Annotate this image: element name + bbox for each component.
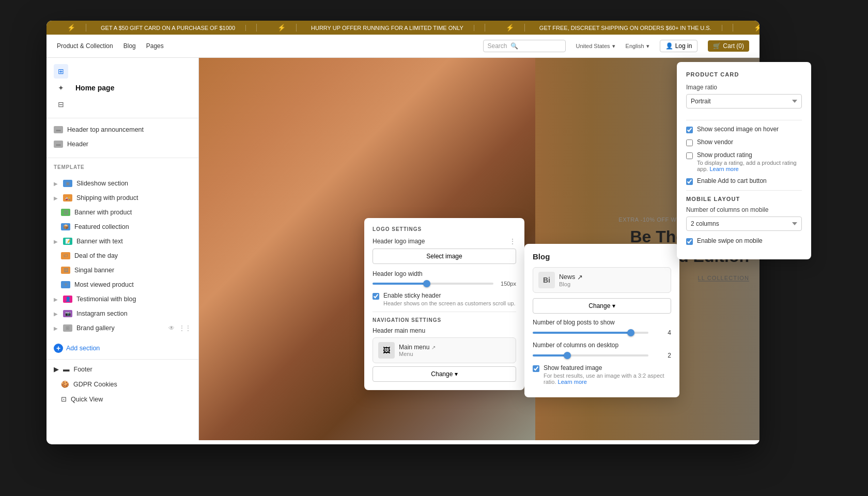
menu-icon-box: 🖼 [378, 342, 395, 359]
select-image-button[interactable]: Select image [373, 249, 516, 264]
sidebar-item-brand-gallery[interactable]: ▶ ⊞ Brand gallery 👁 ⋮⋮ [47, 321, 198, 335]
pc-columns-select[interactable]: 1 column 2 columns 3 columns [686, 216, 802, 231]
sticky-header-label-group: Enable sticky header Header shows on the… [383, 292, 516, 306]
sidebar-app-icon[interactable]: ⊟ [54, 97, 68, 112]
blog-icon-box: Bi [538, 272, 555, 288]
cart-icon: 🛒 [713, 42, 721, 50]
login-button[interactable]: 👤 Log in [660, 40, 698, 52]
slider-thumb[interactable] [423, 280, 430, 287]
bolt-icon-3: ⚡ [495, 24, 525, 32]
slider-fill [373, 283, 427, 285]
show-second-image-checkbox[interactable] [686, 127, 693, 133]
sidebar-item-singal-banner[interactable]: 🖼 Singal banner [47, 263, 198, 277]
blog-ext-link-icon: ↗ [577, 273, 583, 281]
rating-learn-more-link[interactable]: Learn more [709, 166, 738, 172]
sidebar-item-header-top[interactable]: ▬ Header top announcement [47, 122, 198, 137]
testimonial-icon: 👤 [63, 296, 72, 303]
logo-width-slider[interactable]: 150px [373, 281, 516, 287]
posts-slider-track[interactable] [533, 332, 648, 334]
sidebar-item-quick-view[interactable]: ⊡ Quick View [47, 392, 198, 407]
arrow-icon-3: ▶ [54, 239, 58, 244]
instagram-icon: 📷 [63, 310, 72, 317]
pc-image-ratio-label: Image ratio [686, 84, 802, 91]
nav-link-blog[interactable]: Blog [123, 42, 136, 50]
sidebar-top: ⊞ ✦ ⊟ Home page [47, 58, 198, 118]
pc-image-ratio-select[interactable]: Portrait Landscape Square Natural [686, 94, 802, 109]
columns-slider-track[interactable] [533, 354, 648, 357]
arrow-icon: ▶ [54, 181, 58, 187]
pc-checkbox-row-3: Show product rating To display a rating,… [686, 151, 802, 172]
sidebar-divider-1 [47, 158, 198, 158]
sidebar-item-banner-text[interactable]: ▶ 📝 Banner with text [47, 234, 198, 249]
sidebar-item-testimonial[interactable]: ▶ 👤 Testimonial with blog [47, 292, 198, 306]
most-viewed-icon: 👁 [61, 281, 70, 288]
pc-title: PRODUCT CARD [686, 71, 802, 78]
sidebar-sections-icon[interactable]: ⊞ [54, 64, 68, 79]
announcement-item-4: ⚡ GET A $50 GIFT CARD ON A PURCHASE OF $… [733, 24, 760, 32]
add-to-cart-checkbox[interactable] [686, 178, 693, 185]
sidebar-theme-icon[interactable]: ✦ [54, 81, 68, 95]
header-top-icon: ▬ [54, 126, 63, 133]
hero-cta[interactable]: LL COLLECTION [698, 274, 749, 281]
sidebar-item-header[interactable]: ▬ Header [47, 137, 198, 151]
blog-item-info: News ↗ Blog [559, 273, 583, 287]
featured-icon: 📦 [61, 223, 70, 230]
editor-layout: ⊞ ✦ ⊟ Home page ▬ Header top announcemen… [47, 58, 760, 440]
columns-slider-value: 2 [653, 352, 671, 359]
sidebar: ⊞ ✦ ⊟ Home page ▬ Header top announcemen… [47, 58, 199, 440]
nav-link-product-collection[interactable]: Product & Collection [57, 42, 113, 50]
search-text: Search [488, 42, 507, 50]
language-text: English [626, 43, 644, 49]
featured-image-checkbox-row: Show featured image For best results, us… [533, 364, 671, 385]
gdpr-icon: 🍪 [61, 380, 69, 388]
columns-slider[interactable]: 2 [533, 352, 671, 359]
banner-product-icon: 🖼 [61, 209, 70, 216]
logo-width-label: Header logo width [373, 270, 516, 277]
change-menu-button[interactable]: Change ▾ [373, 366, 516, 382]
header-icon: ▬ [54, 141, 63, 148]
add-section-button[interactable]: + Add section [47, 339, 198, 357]
columns-slider-thumb[interactable] [564, 352, 571, 359]
logo-section-title: LOGO SETTINGS [373, 226, 516, 232]
store-search[interactable]: Search 🔍 [483, 40, 566, 52]
search-icon: 🔍 [510, 42, 518, 50]
menu-item-type: Menu [399, 351, 510, 357]
sidebar-item-slideshow[interactable]: ▶ ▣ Slideshow section [47, 176, 198, 191]
nav-link-pages[interactable]: Pages [146, 42, 164, 50]
change-blog-button[interactable]: Change ▾ [533, 298, 671, 314]
posts-slider[interactable]: 4 [533, 329, 671, 336]
sticky-header-checkbox[interactable] [373, 293, 379, 300]
sidebar-item-deal[interactable]: 🏷 Deal of the day [47, 249, 198, 263]
learn-more-link[interactable]: Learn more [558, 379, 587, 385]
show-vendor-checkbox[interactable] [686, 140, 693, 146]
pc-checkbox-row-2: Show vendor [686, 138, 802, 146]
posts-slider-thumb[interactable] [627, 329, 634, 336]
announcement-item-1: ⚡ GET A $50 GIFT CARD ON A PURCHASE OF $… [47, 24, 257, 32]
pc-swipe-row: Enable swipe on mobile [686, 237, 802, 245]
sticky-header-checkbox-row: Enable sticky header Header shows on the… [373, 292, 516, 306]
columns-label: Number of columns on desktop [533, 342, 671, 349]
sidebar-divider-2 [47, 359, 198, 360]
store-nav-links: Product & Collection Blog Pages [57, 42, 473, 50]
arrow-icon-6: ▶ [54, 326, 58, 331]
posts-label: Number of blog posts to show [533, 319, 671, 326]
sidebar-item-gdpr[interactable]: 🍪 GDPR Cookies [47, 377, 198, 392]
sidebar-item-instagram[interactable]: ▶ 📷 Instagram section [47, 306, 198, 321]
sidebar-item-featured[interactable]: 📦 Featured collection [47, 220, 198, 234]
sidebar-item-most-viewed[interactable]: 👁 Most viewed product [47, 277, 198, 292]
drag-icon: ⋮⋮ [179, 324, 191, 332]
swipe-mobile-checkbox[interactable] [686, 238, 693, 245]
sidebar-item-shipping[interactable]: ▶ 🚚 Shipping with product [47, 191, 198, 205]
deal-icon: 🏷 [61, 252, 70, 259]
panel-divider [373, 312, 516, 312]
locale-text: United States [576, 43, 610, 49]
sidebar-item-footer[interactable]: ▶ ▬ Footer [47, 362, 198, 377]
sidebar-item-banner-product[interactable]: 🖼 Banner with product [47, 205, 198, 220]
cart-button[interactable]: 🛒 Cart (0) [708, 40, 749, 52]
menu-item-name: Main menu ↗ [399, 344, 510, 351]
slider-track[interactable] [373, 283, 493, 285]
show-product-rating-checkbox[interactable] [686, 152, 693, 159]
featured-image-checkbox[interactable] [533, 365, 539, 372]
ext-link-icon: ↗ [431, 345, 436, 350]
arrow-icon-4: ▶ [54, 297, 58, 302]
